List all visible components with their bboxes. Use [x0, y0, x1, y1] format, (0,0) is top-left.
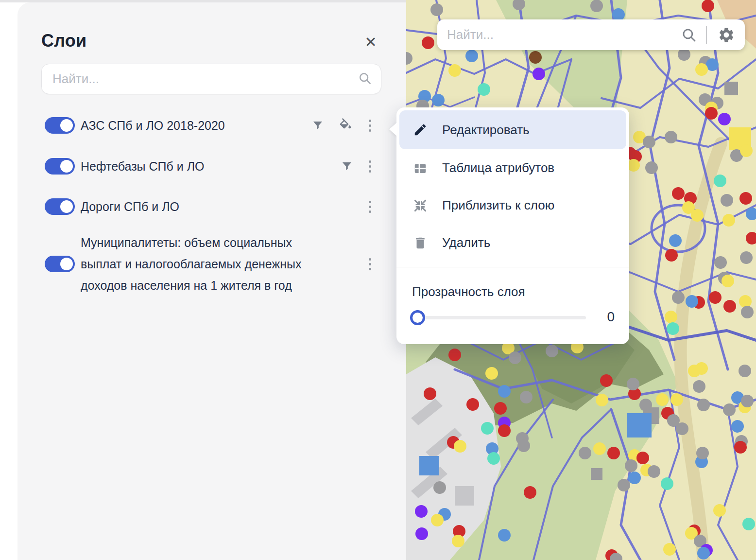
layer-row: Дороги СПб и ЛО [45, 191, 391, 222]
search-bar-divider [706, 26, 707, 44]
app: Слои ✕ АЗС СПб и ЛО 2018-2020Нефтебазы С… [0, 0, 756, 560]
toggle-knob [60, 160, 73, 173]
layer-label: Нефтебазы СПб и ЛО [81, 156, 270, 177]
layer-visibility-toggle[interactable] [45, 198, 75, 215]
filter-icon[interactable] [341, 160, 353, 172]
layer-menu-kebab-icon[interactable] [362, 156, 377, 177]
layers-search-input[interactable] [42, 64, 358, 94]
layer-context-menu: РедактироватьТаблица атрибутовПриблизить… [396, 107, 629, 344]
menu-item-label: Удалить [442, 235, 490, 250]
layer-visibility-toggle[interactable] [45, 158, 75, 175]
map-search-icon[interactable] [681, 27, 697, 43]
layer-visibility-toggle[interactable] [45, 117, 75, 134]
layer-label: Муниципалитеты: объем социальных выплат … [81, 232, 391, 296]
layer-menu-kebab-icon[interactable] [362, 196, 377, 217]
map-settings-gear-icon[interactable] [718, 26, 735, 44]
opacity-slider-track[interactable] [420, 316, 586, 319]
popup-arrow [389, 122, 397, 136]
toggle-knob [60, 200, 73, 213]
opacity-slider-knob[interactable] [410, 310, 425, 325]
trash-icon [412, 236, 429, 250]
table-icon [412, 161, 429, 175]
opacity-value: 0 [607, 309, 615, 325]
menu-item-trash[interactable]: Удалить [396, 224, 629, 262]
panel-title: Слои [41, 31, 86, 51]
map-search-bar [437, 19, 745, 50]
layers-search-box [41, 64, 381, 94]
menu-item-zoom-to-layer[interactable]: Приблизить к слою [396, 187, 629, 224]
pencil-icon [412, 122, 429, 137]
layer-label: Дороги СПб и ЛО [81, 196, 245, 217]
layer-label: АЗС СПб и ЛО 2018-2020 [81, 115, 291, 136]
search-icon [358, 71, 372, 88]
zoom-to-layer-icon [412, 198, 429, 213]
toggle-knob [60, 258, 73, 270]
menu-divider [396, 267, 629, 267]
map-search-input[interactable] [437, 19, 681, 50]
layer-row: Муниципалитеты: объем социальных выплат … [45, 227, 391, 301]
menu-item-label: Редактировать [442, 122, 530, 138]
paint-style-icon[interactable] [338, 118, 353, 133]
layer-menu-kebab-icon[interactable] [362, 115, 377, 136]
toggle-knob [60, 119, 73, 132]
menu-item-table[interactable]: Таблица атрибутов [396, 149, 629, 187]
menu-item-label: Таблица атрибутов [442, 160, 554, 175]
menu-items: РедактироватьТаблица атрибутовПриблизить… [396, 110, 629, 262]
layer-row: АЗС СПб и ЛО 2018-2020 [45, 110, 391, 141]
menu-item-pencil[interactable]: Редактировать [399, 110, 626, 149]
layer-visibility-toggle[interactable] [45, 256, 75, 272]
layer-row: Нефтебазы СПб и ЛО [45, 151, 391, 182]
layer-menu-kebab-icon[interactable] [362, 253, 377, 275]
filter-icon[interactable] [312, 120, 324, 131]
close-icon[interactable]: ✕ [360, 32, 381, 53]
menu-item-label: Приблизить к слою [442, 198, 554, 213]
layer-row-icons [312, 118, 353, 133]
opacity-label: Прозрачность слоя [412, 284, 525, 299]
layers-panel: Слои ✕ АЗС СПб и ЛО 2018-2020Нефтебазы С… [17, 2, 406, 560]
layer-row-icons [341, 160, 353, 172]
